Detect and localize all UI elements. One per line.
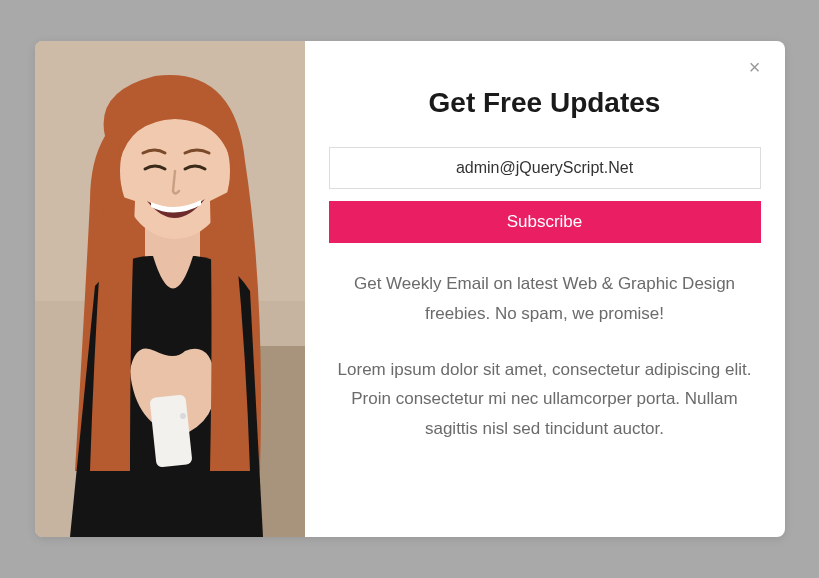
modal-title: Get Free Updates (329, 87, 761, 119)
modal-content-panel: × Get Free Updates Subscribe Get Weekly … (305, 41, 785, 537)
subscribe-button[interactable]: Subscribe (329, 201, 761, 243)
person-illustration (35, 41, 305, 537)
close-icon: × (749, 57, 761, 77)
subscribe-modal: × Get Free Updates Subscribe Get Weekly … (35, 41, 785, 537)
svg-rect-4 (149, 394, 192, 467)
modal-image-panel (35, 41, 305, 537)
svg-point-6 (180, 413, 186, 419)
modal-subdescription: Lorem ipsum dolor sit amet, consectetur … (329, 355, 761, 444)
close-button[interactable]: × (743, 55, 767, 79)
modal-description: Get Weekly Email on latest Web & Graphic… (329, 269, 761, 329)
email-input[interactable] (329, 147, 761, 189)
